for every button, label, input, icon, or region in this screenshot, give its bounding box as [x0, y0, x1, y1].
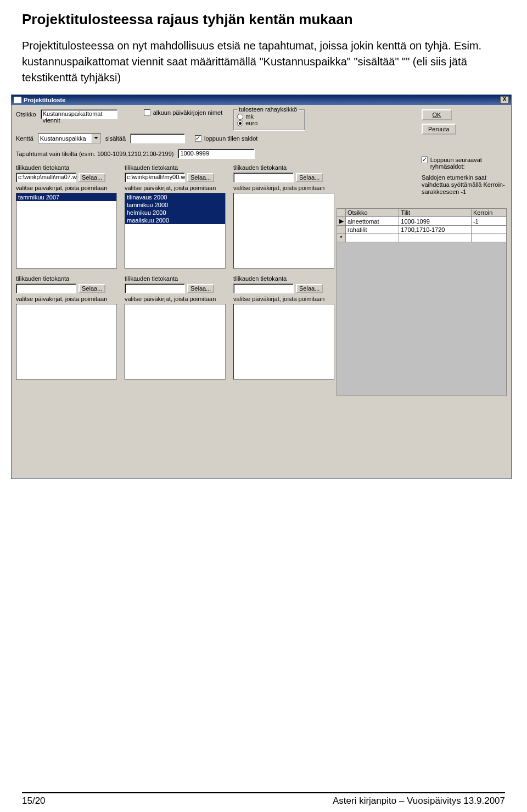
tapahtumat-input[interactable]: 1000-9999 — [178, 149, 255, 159]
db-col-2: tilikauden tietokanta c:\winkp\malli\my0… — [125, 164, 226, 269]
list-item[interactable]: tammikuu 2000 — [125, 201, 225, 209]
selaa-button[interactable]: Selaa... — [187, 173, 214, 182]
kentta-value: Kustannuspaikka — [40, 135, 86, 142]
row-head — [337, 226, 346, 234]
selaa-button[interactable]: Selaa... — [79, 173, 105, 182]
db-label: tilikauden tietokanta — [233, 164, 334, 171]
col-tilit[interactable]: Tilit — [399, 209, 472, 217]
footer-separator — [22, 792, 505, 793]
mk-radio[interactable] — [237, 114, 243, 120]
projekti-window: Projektituloste X Otsikko Kustannuspaika… — [11, 94, 512, 479]
kentta-combo[interactable]: Kustannuspaikka — [38, 134, 101, 143]
row-head-blank — [337, 209, 346, 217]
row-pointer-icon: ▶ — [337, 217, 346, 226]
db3-path-input[interactable] — [233, 173, 294, 182]
db-label: tilikauden tietokanta — [125, 275, 226, 282]
cell[interactable]: 1700,1710-1720 — [399, 226, 472, 234]
db-col-4: tilikauden tietokanta Selaa... valitse p… — [16, 275, 117, 380]
valitse-label: valitse päiväkirjat, joista poimitaan — [16, 296, 117, 302]
form-body: Otsikko Kustannuspaikattomat viennit alk… — [12, 105, 511, 479]
kentta-label: Kenttä — [16, 135, 33, 142]
row-new-icon: * — [337, 234, 346, 242]
ryhmasaldot-checkbox[interactable] — [422, 157, 428, 163]
db2-listbox[interactable]: tilinavaus 2000 tammikuu 2000 helmikuu 2… — [125, 193, 226, 269]
db6-listbox[interactable] — [233, 304, 334, 380]
rahayksikko-group-title: tulosteen rahayksikkö — [237, 106, 299, 113]
euro-label: euro — [245, 120, 257, 126]
db6-path-input[interactable] — [233, 283, 294, 293]
otsikko-input[interactable]: Kustannuspaikattomat viennit — [41, 109, 117, 119]
cell[interactable]: -1 — [471, 217, 506, 226]
selaa-button[interactable]: Selaa... — [296, 284, 323, 293]
db-label: tilikauden tietokanta — [233, 275, 334, 282]
db-label: tilikauden tietokanta — [16, 275, 117, 282]
selaa-button[interactable]: Selaa... — [187, 284, 214, 293]
db4-listbox[interactable] — [16, 304, 117, 380]
db5-listbox[interactable] — [125, 304, 226, 380]
cell[interactable] — [346, 234, 399, 242]
list-item[interactable]: tammikuu 2007 — [16, 193, 116, 201]
table-row[interactable]: ▶ aineettomat 1000-1099 -1 — [337, 217, 507, 226]
saldojen-tip: Saldojen etumerkin saat vaihdettua syött… — [422, 174, 507, 196]
valitse-label: valitse päiväkirjat, joista poimitaan — [233, 185, 334, 191]
tapahtumat-label: Tapahtumat vain tileiltä (esim. 1000-109… — [16, 151, 173, 157]
loppuun-label: loppuun tilien saldot — [204, 135, 257, 142]
cell[interactable] — [399, 234, 472, 242]
chevron-down-icon — [94, 137, 98, 139]
valitse-label: valitse päiväkirjat, joista poimitaan — [125, 185, 226, 191]
loppuun-checkbox[interactable] — [195, 135, 201, 142]
table-row[interactable]: rahatilit 1700,1710-1720 — [337, 226, 507, 234]
valitse-label: valitse päiväkirjat, joista poimitaan — [16, 185, 117, 191]
titlebar[interactable]: Projektituloste X — [12, 95, 511, 105]
cell[interactable]: 1000-1099 — [399, 217, 472, 226]
db3-listbox[interactable] — [233, 193, 334, 269]
db2-path-input[interactable]: c:\winkp\malli\my00.w — [125, 173, 185, 182]
db-col-1: tilikauden tietokanta c:\winkp\malli\ma0… — [16, 164, 117, 269]
cell[interactable] — [471, 234, 506, 242]
selaa-button[interactable]: Selaa... — [296, 173, 323, 182]
cell[interactable]: aineettomat — [346, 217, 399, 226]
cell[interactable] — [471, 226, 506, 234]
sisaltaa-label: sisältää — [105, 135, 126, 142]
otsikko-label: Otsikko — [16, 111, 36, 118]
col-otsikko[interactable]: Otsikko — [346, 209, 399, 217]
app-icon — [14, 97, 21, 103]
list-item[interactable]: helmikuu 2000 — [125, 209, 225, 216]
table-row-new[interactable]: * — [337, 234, 507, 242]
peruuta-button[interactable]: Peruuta — [422, 124, 456, 135]
ryhmasaldot-label: Loppuun seuraavat ryhmäsaldot: — [430, 157, 507, 170]
close-button[interactable]: X — [500, 96, 509, 104]
alkuun-label: alkuun päiväkirjojen nimet — [153, 109, 223, 116]
euro-radio[interactable] — [237, 120, 243, 126]
saldo-grid: Otsikko Tilit Kerroin ▶ aineettomat 1000… — [337, 208, 507, 396]
db-label: tilikauden tietokanta — [16, 164, 117, 171]
valitse-label: valitse päiväkirjat, joista poimitaan — [125, 296, 226, 302]
db4-path-input[interactable] — [16, 283, 76, 293]
cell[interactable]: rahatilit — [346, 226, 399, 234]
page-footer: 15/20 Asteri kirjanpito – Vuosipäivitys … — [22, 796, 505, 807]
sisaltaa-input[interactable] — [130, 134, 185, 143]
ok-button[interactable]: OK — [422, 109, 452, 120]
page-number: 15/20 — [22, 796, 46, 807]
col-kerroin[interactable]: Kerroin — [471, 209, 506, 217]
alkuun-checkbox[interactable] — [144, 109, 150, 116]
db1-listbox[interactable]: tammikuu 2007 — [16, 193, 117, 269]
window-title: Projektituloste — [24, 97, 65, 103]
db-col-5: tilikauden tietokanta Selaa... valitse p… — [125, 275, 226, 380]
footer-right: Asteri kirjanpito – Vuosipäivitys 13.9.2… — [333, 796, 505, 807]
list-item[interactable]: maaliskuu 2000 — [125, 216, 225, 224]
doc-body-text: Projektitulosteessa on nyt mahdollisuus … — [22, 38, 505, 86]
db-label: tilikauden tietokanta — [125, 164, 226, 171]
db5-path-input[interactable] — [125, 283, 185, 293]
db-col-3: tilikauden tietokanta Selaa... valitse p… — [233, 164, 334, 269]
list-item[interactable]: tilinavaus 2000 — [125, 193, 225, 201]
selaa-button[interactable]: Selaa... — [79, 284, 105, 293]
db1-path-input[interactable]: c:\winkp\malli\ma07.w — [16, 173, 76, 182]
mk-label: mk — [245, 113, 254, 120]
valitse-label: valitse päiväkirjat, joista poimitaan — [233, 296, 334, 302]
doc-heading: Projektitulosteessa rajaus tyhjän kentän… — [22, 11, 505, 28]
db-col-6: tilikauden tietokanta Selaa... valitse p… — [233, 275, 334, 380]
